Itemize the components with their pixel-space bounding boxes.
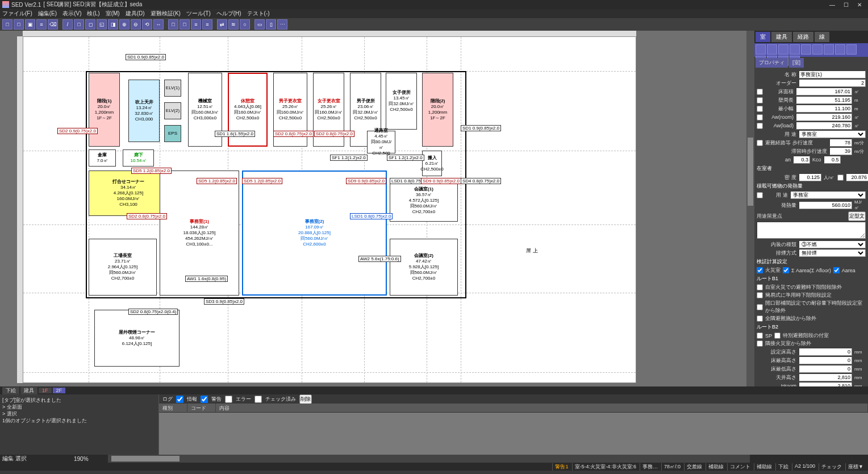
room-corridor[interactable]: 通路室 4.45㎡回80.0MJ/㎡CH2,500 <box>367 131 395 153</box>
label-sd5-wait[interactable]: SD5 1.2(0.85)x2.0 <box>131 168 172 174</box>
awload-input[interactable] <box>796 122 852 130</box>
tool-12[interactable]: ⟲ <box>142 19 152 30</box>
label-sf1-b[interactable]: SF1 1.2(1.2)x2.0 <box>387 155 424 161</box>
tool-19[interactable]: ≋ <box>228 19 239 30</box>
room-elv1[interactable]: ELV(1) <box>164 80 181 97</box>
label-sd2-wait[interactable]: SD2 0.8(0.75)x2.0 <box>127 213 167 219</box>
chk-minw[interactable] <box>757 106 763 112</box>
floor-h-input[interactable] <box>799 348 852 356</box>
use-select[interactable]: 事務室 <box>799 130 866 138</box>
label-aw2[interactable]: AW2 5.6x(1.75:0.6) <box>358 256 401 262</box>
pal-4[interactable] <box>801 44 811 55</box>
menu-file[interactable]: ファイル(F) <box>2 10 32 18</box>
label-sd9[interactable]: SD9 0.9(0.85)x2.0 <box>346 178 386 184</box>
pal-1[interactable] <box>767 44 777 55</box>
label-sd2-bot[interactable]: SD2 0.8(0.75)x2.0(0.4) <box>128 309 178 315</box>
status-aux2[interactable]: 補助線 <box>754 463 774 471</box>
status-coord2[interactable]: 座標▼ <box>845 463 866 471</box>
tool-10[interactable]: ⊕ <box>119 19 130 30</box>
label-lsd1-b[interactable]: LSD1 0.8(0.75)x2.0 <box>350 213 393 219</box>
heat-input[interactable] <box>799 201 852 209</box>
tool-13[interactable]: ↔ <box>153 19 164 30</box>
log-delete-button[interactable]: 削除 <box>299 394 312 404</box>
chk-b2-1[interactable] <box>757 340 763 347</box>
pal-3[interactable] <box>790 44 800 55</box>
room-elv2[interactable]: ELV(2) <box>164 102 181 119</box>
order-input[interactable] <box>799 79 866 87</box>
heat-use-select[interactable]: 事務室 <box>790 191 866 199</box>
chk-b1-4[interactable] <box>757 315 763 322</box>
usage-notes-input[interactable] <box>757 222 866 239</box>
tab-1f[interactable]: 1F <box>39 388 52 393</box>
room-factory[interactable]: 工場長室 23.71㎡2.964人[0.125]回560.0MJ/㎡CH2,70… <box>89 239 157 296</box>
chk-b1-1[interactable] <box>757 284 763 290</box>
tool-11[interactable]: ⊖ <box>131 19 141 30</box>
tool-18[interactable]: ⇄ <box>217 19 227 30</box>
tool-16[interactable]: ≡ <box>191 19 201 30</box>
room-rouka[interactable]: 廊下 10.54㎡ <box>123 149 154 167</box>
density-input[interactable] <box>799 173 821 181</box>
room-meet1[interactable]: 会議室(1) 36.57㎡4.572人[0.125]回560.0MJ/㎡CH2,… <box>390 179 458 222</box>
pal-5[interactable] <box>812 44 823 55</box>
tool-9[interactable]: ◨ <box>108 19 118 30</box>
tool-3[interactable]: ≡ <box>36 19 47 30</box>
chk-area[interactable] <box>783 267 789 273</box>
minimize-button[interactable]: — <box>826 1 838 9</box>
panel-tab-route[interactable]: 経路 <box>793 32 813 42</box>
room-stair1[interactable]: 階段(1) 20.0㎡ 1,200mm 1F～2F <box>89 73 120 147</box>
prop-tab-room[interactable]: [室] <box>789 58 804 68</box>
kco-input[interactable] <box>824 156 841 164</box>
fixed-text-button[interactable]: 定型文 <box>848 211 866 221</box>
pal-7[interactable] <box>835 44 845 55</box>
chk-checked[interactable] <box>254 396 262 403</box>
an-input[interactable] <box>793 156 810 164</box>
panel-tab-room[interactable]: 室 <box>756 32 770 42</box>
pal-2[interactable] <box>778 44 788 55</box>
close-button[interactable]: ✕ <box>853 1 866 9</box>
chk-fire[interactable] <box>757 267 763 273</box>
status-snap[interactable]: 交差線 <box>684 463 704 471</box>
tool-15[interactable]: □ <box>180 19 190 30</box>
status-under[interactable]: 下絵 <box>775 463 791 471</box>
occ-input[interactable] <box>846 173 868 181</box>
chk-aarea2[interactable] <box>833 267 840 273</box>
tool-22[interactable]: ▯ <box>266 19 276 30</box>
ceil-h-input[interactable] <box>799 373 852 381</box>
chk-sp[interactable] <box>757 332 763 339</box>
chk-sp2[interactable] <box>774 332 781 339</box>
label-aw1[interactable]: AW1 1.6x(0.8(0.95) <box>185 276 228 282</box>
floor-area-input[interactable] <box>796 88 852 95</box>
tool-20[interactable]: ○ <box>240 19 250 30</box>
log-body[interactable] <box>159 413 868 455</box>
vertical-scrollbar[interactable] <box>746 31 754 386</box>
tab-2f[interactable]: 2F <box>53 388 66 393</box>
chk-b1-3[interactable] <box>757 304 763 310</box>
label-sd2-l[interactable]: SD2 0.9(0.75)x2.0 <box>57 128 98 134</box>
menu-evac[interactable]: 避難検証(K) <box>151 10 181 18</box>
zoom-value[interactable]: 190% <box>74 456 108 462</box>
floor-min-input[interactable] <box>799 365 852 373</box>
pal-select[interactable] <box>756 44 766 55</box>
label-sd2-b[interactable]: SD2 0.8(0.75)x2.0 <box>314 131 354 137</box>
room-entrance[interactable]: 搬入 6.21㎡CH2,500±0 <box>422 151 442 176</box>
chk-heat-use[interactable] <box>757 192 763 198</box>
tab-base[interactable]: 下絵 <box>2 387 19 394</box>
menu-help[interactable]: ヘルプ(H) <box>216 10 241 18</box>
evacspeed-input[interactable] <box>829 139 852 147</box>
label-sd5-b[interactable]: SD5 1.2(0.85)x2.0 <box>242 178 282 184</box>
tool-23[interactable]: ⋯ <box>277 19 287 30</box>
menu-test[interactable]: テスト(-) <box>247 10 270 18</box>
chk-occ[interactable] <box>837 174 844 181</box>
name-input[interactable] <box>799 70 866 78</box>
status-aux[interactable]: 補助線 <box>706 463 726 471</box>
perim-input[interactable] <box>796 96 852 104</box>
tool-2[interactable]: ▣ <box>25 19 35 30</box>
label-sd9-r[interactable]: SD9 0.9(0.85)x2.0 <box>421 178 461 184</box>
room-f-wc[interactable]: 女子便所 13.45㎡回32.0MJ/㎡CH2,500±0 <box>386 73 417 130</box>
minw-input[interactable] <box>796 105 852 113</box>
status-scale[interactable]: A2 1/100 <box>792 463 817 471</box>
label-sd5-a[interactable]: SD5 1.2(0.85)x2.0 <box>197 178 237 184</box>
tool-21[interactable]: ▭ <box>254 19 265 30</box>
menu-room[interactable]: 室(M) <box>106 10 120 18</box>
label-sd2-a[interactable]: SD2 0.8(0.75)x2.0 <box>273 131 314 137</box>
